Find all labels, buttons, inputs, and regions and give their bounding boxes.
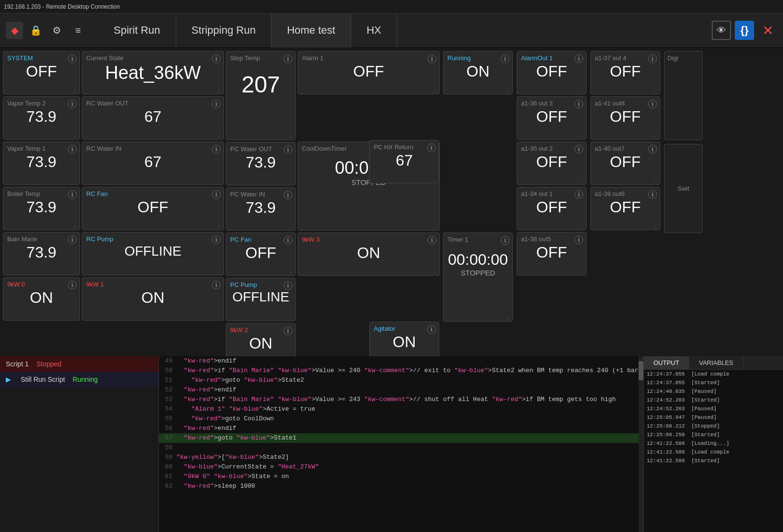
- output-row: 12:24:37.055 [Started]: [644, 378, 783, 387]
- line-content: "kw-red">goto "kw-blue">State1: [176, 434, 297, 442]
- widget-a1-38out5[interactable]: a1-38 out5 ℹ OFF ↙: [517, 232, 587, 275]
- script-item-1[interactable]: Script 1 Stopped: [0, 356, 158, 372]
- widget-a1-35out2[interactable]: a1-35 out 2 ℹ OFF ↙: [517, 142, 587, 185]
- widget-9kw1[interactable]: 9kW 1 ℹ ON ↙: [82, 277, 224, 321]
- widget-9kw0[interactable]: 9kW 0 ℹ ON ↙: [3, 277, 80, 321]
- widget-9kw2[interactable]: 9kW 2 ℹ ON ↙: [226, 323, 296, 356]
- rc-pump-info[interactable]: ℹ: [212, 235, 221, 244]
- code-scrollbar[interactable]: [639, 356, 643, 532]
- tab-spirit[interactable]: Spirit Run: [98, 13, 176, 48]
- bain-marie-label: Bain Marie: [7, 235, 76, 243]
- pc-fan-info[interactable]: ℹ: [284, 236, 292, 245]
- widget-pc-water-in[interactable]: PC Water IN ℹ 73.9 ↙: [226, 187, 296, 231]
- widget-rc-water-in[interactable]: RC Water IN ℹ 67 ↙: [82, 142, 224, 185]
- a1-37out4-info[interactable]: ℹ: [648, 54, 657, 63]
- tab-hx[interactable]: HX: [351, 13, 397, 48]
- vapor-temp2-info[interactable]: ℹ: [68, 100, 77, 108]
- a1-34out1-value: OFF: [521, 198, 582, 216]
- tab-variables[interactable]: VARIABLES: [689, 356, 743, 369]
- widget-a1-41out8[interactable]: a1-41 out8 ℹ OFF ↙: [590, 96, 660, 140]
- tab-stripping[interactable]: Stripping Run: [176, 13, 272, 48]
- widget-boiler-temp[interactable]: Boiler Temp ℹ 73.9 ↙: [3, 187, 80, 230]
- 9kw1-info[interactable]: ℹ: [212, 281, 221, 289]
- a1-34out1-info[interactable]: ℹ: [574, 190, 583, 199]
- curly-brace-icon[interactable]: {}: [735, 21, 754, 40]
- gem-icon[interactable]: ◆: [6, 22, 23, 39]
- widget-rc-pump[interactable]: RC Pump ℹ OFFLINE ↙: [82, 232, 224, 275]
- a1-39out6-info[interactable]: ℹ: [648, 190, 657, 199]
- pc-pump-info[interactable]: ℹ: [284, 281, 292, 290]
- digi-panel: Digi: [664, 51, 703, 140]
- alarm1-info[interactable]: ℹ: [428, 54, 436, 63]
- tab-hometest[interactable]: Home test: [272, 13, 351, 48]
- widget-alarm1[interactable]: Alarm 1 ℹ OFF ↙: [298, 51, 440, 94]
- a1-40out7-info[interactable]: ℹ: [648, 145, 657, 154]
- widget-stop-temp[interactable]: Stop Temp ℹ 207 ↙: [226, 51, 296, 140]
- current-state-info[interactable]: ℹ: [212, 54, 221, 63]
- rc-fan-info[interactable]: ℹ: [212, 190, 221, 199]
- rc-fan-value: OFF: [86, 198, 220, 216]
- pc-water-out-info[interactable]: ℹ: [284, 145, 292, 154]
- widget-a1-34out1[interactable]: a1-34 out 1 ℹ OFF ↙: [517, 187, 587, 230]
- widget-alarm-out1[interactable]: AlarmOut 1 ℹ OFF ↙: [517, 51, 587, 94]
- a1-40out7-label: a1-40 out7: [595, 145, 656, 152]
- widget-pc-fan[interactable]: PC Fan ℹ OFF ↙: [226, 233, 296, 276]
- widget-9kw3[interactable]: 9kW 3 ℹ ON ↙: [298, 233, 440, 276]
- agitator-info[interactable]: ℹ: [427, 325, 436, 334]
- bain-marie-info[interactable]: ℹ: [68, 235, 77, 244]
- code-line: 61 "9kW 0" "kw-blue">State = on: [159, 472, 643, 481]
- widget-current-state[interactable]: Current State ℹ Heat_36kW ↙: [82, 51, 224, 94]
- a1-41out8-info[interactable]: ℹ: [648, 100, 657, 108]
- widget-rc-water-out[interactable]: RC Water OUT ℹ 67 ↙: [82, 96, 224, 140]
- widget-pc-water-out[interactable]: PC Water OUT ℹ 73.9 ↙: [226, 142, 296, 185]
- lock-icon[interactable]: 🔒: [27, 22, 44, 39]
- alarm-out1-info[interactable]: ℹ: [574, 54, 583, 63]
- widget-pc-hx-return[interactable]: PC HX Return ℹ 67 ↙: [369, 140, 439, 183]
- current-state-label: Current State: [86, 54, 220, 62]
- a1-36out3-info[interactable]: ℹ: [574, 100, 583, 108]
- rc-water-in-info[interactable]: ℹ: [212, 145, 221, 154]
- list-icon[interactable]: ≡: [69, 22, 87, 39]
- code-scroll[interactable]: 49 "kw-red">endif50 "kw-red">if "Bain Ma…: [159, 356, 643, 532]
- script-item-2[interactable]: ▶ Still Run Script Running: [0, 372, 158, 387]
- widget-running[interactable]: Running ℹ ON ↙: [443, 51, 513, 94]
- widget-vapor-temp2[interactable]: Vapor Temp 2 ℹ 73.9 ↙: [3, 96, 80, 140]
- eye-icon[interactable]: 👁: [712, 21, 731, 40]
- widget-a1-36out3[interactable]: a1-36 out 3 ℹ OFF ↙: [517, 96, 587, 140]
- gear-icon[interactable]: ⚙: [48, 22, 65, 39]
- output-row: 12:24:37.055 [Load comple: [644, 370, 783, 378]
- output-row: 12:41:22.586 [Load comple: [644, 448, 783, 456]
- 9kw0-info[interactable]: ℹ: [68, 281, 77, 289]
- widget-agitator[interactable]: Agitator ℹ ON ↙: [369, 322, 439, 356]
- output-row: 12:41:22.586 [Loading...]: [644, 439, 783, 448]
- a1-35out2-info[interactable]: ℹ: [574, 145, 583, 154]
- widget-a1-39out6[interactable]: a1-39 out6 ℹ OFF ↙: [590, 187, 660, 230]
- rc-water-out-info[interactable]: ℹ: [212, 100, 221, 108]
- rc-water-out-label: RC Water OUT: [86, 100, 220, 107]
- timer1-info[interactable]: ℹ: [501, 236, 509, 245]
- widget-system[interactable]: SYSTEM ℹ OFF ↙: [3, 51, 80, 94]
- widget-vapor-temp1[interactable]: Vapor Temp 1 ℹ 73.9 ↙: [3, 142, 80, 185]
- widget-rc-fan[interactable]: RC Fan ℹ OFF ↙: [82, 187, 224, 230]
- widget-timer1[interactable]: Timer 1 ℹ 00:00:00 STOPPED ↙: [443, 233, 513, 322]
- stop-temp-info[interactable]: ℹ: [284, 54, 292, 63]
- vapor-temp1-info[interactable]: ℹ: [68, 145, 77, 154]
- pc-water-in-info[interactable]: ℹ: [284, 191, 292, 199]
- a1-38out5-info[interactable]: ℹ: [574, 235, 583, 244]
- code-scrollbar-thumb[interactable]: [639, 361, 643, 380]
- tab-output[interactable]: OUTPUT: [644, 356, 689, 369]
- running-info[interactable]: ℹ: [501, 54, 509, 63]
- widget-bain-marie[interactable]: Bain Marie ℹ 73.9 ↙: [3, 232, 80, 275]
- system-info-icon[interactable]: ℹ: [68, 54, 77, 63]
- 9kw3-info[interactable]: ℹ: [428, 236, 436, 245]
- close-icon[interactable]: ✕: [758, 21, 777, 40]
- 9kw2-info[interactable]: ℹ: [284, 326, 292, 335]
- script-panel: Script 1 Stopped ▶ Still Run Script Runn…: [0, 356, 159, 532]
- widget-pc-pump[interactable]: PC Pump ℹ OFFLINE ↙: [226, 278, 296, 321]
- timer1-label: Timer 1: [447, 236, 509, 243]
- pc-hx-return-info[interactable]: ℹ: [427, 143, 436, 152]
- line-number: 60: [159, 463, 176, 471]
- boiler-temp-info[interactable]: ℹ: [68, 190, 77, 199]
- widget-a1-40out7[interactable]: a1-40 out7 ℹ OFF ↙: [590, 142, 660, 185]
- widget-a1-37out4[interactable]: a1-37 out 4 ℹ OFF ↙: [590, 51, 660, 94]
